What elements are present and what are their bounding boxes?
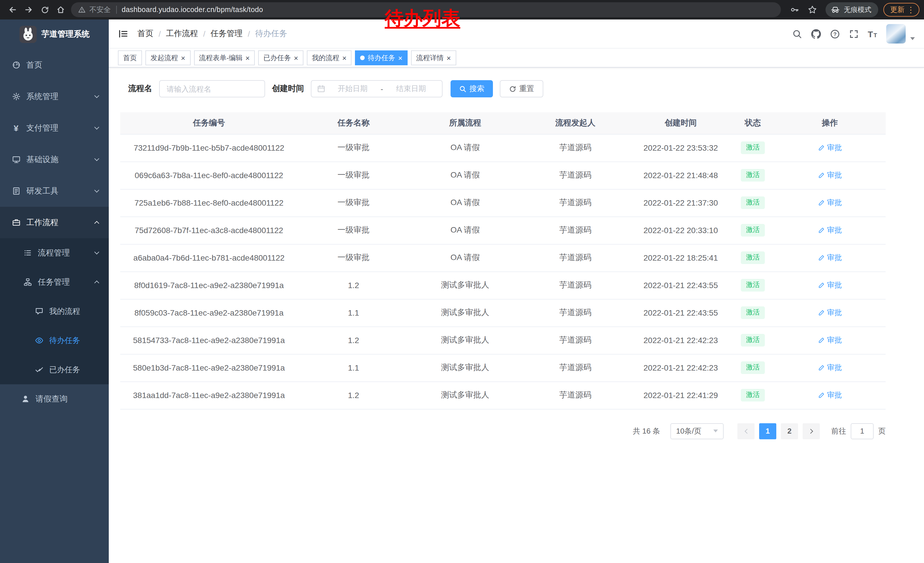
- user-avatar[interactable]: [886, 24, 906, 44]
- cell-action: 审批: [774, 244, 886, 272]
- fullscreen-icon[interactable]: [849, 29, 858, 39]
- approve-link[interactable]: 审批: [818, 225, 842, 236]
- approve-link[interactable]: 审批: [818, 143, 842, 153]
- page-size-select[interactable]: 10条/页: [670, 423, 724, 439]
- cell-process: OA 请假: [410, 189, 521, 216]
- browser-home-button[interactable]: [52, 2, 69, 18]
- github-icon[interactable]: [811, 29, 820, 39]
- cell-task-id: 381aa1dd-7ac8-11ec-a9e2-a2380e71991a: [120, 381, 298, 409]
- gear-icon: [12, 92, 21, 101]
- page-2-button[interactable]: 2: [781, 423, 798, 439]
- process-name-input[interactable]: [159, 80, 265, 98]
- page-1-button[interactable]: 1: [759, 423, 776, 439]
- approve-link[interactable]: 审批: [818, 280, 842, 290]
- date-range-picker[interactable]: 开始日期 - 结束日期: [311, 80, 442, 98]
- cell-initiator: 芋道源码: [521, 134, 630, 162]
- sidebar-item-task-mgmt[interactable]: 任务管理: [0, 267, 109, 297]
- approve-link-label: 审批: [827, 280, 842, 290]
- edit-pencil-icon: [818, 392, 825, 399]
- cell-created: 2022-01-22 18:25:41: [630, 244, 732, 272]
- cell-created: 2022-01-21 22:43:55: [630, 299, 732, 326]
- incognito-badge[interactable]: 无痕模式: [825, 2, 878, 17]
- avatar-caret-icon: [910, 37, 915, 40]
- edit-pencil-icon: [818, 337, 825, 344]
- update-button[interactable]: 更新 ⋮: [884, 3, 920, 17]
- logo-image: [19, 26, 36, 43]
- search-icon[interactable]: [792, 29, 802, 39]
- sidebar-item-process-mgmt[interactable]: 流程管理: [0, 238, 109, 267]
- app-title: 芋道管理系统: [42, 29, 90, 39]
- approve-link[interactable]: 审批: [818, 170, 842, 180]
- approve-link[interactable]: 审批: [818, 390, 842, 400]
- item-label: 任务管理: [38, 277, 95, 287]
- item-label: 请假查询: [36, 394, 99, 404]
- app-logo[interactable]: 芋道管理系统: [0, 20, 109, 49]
- cell-action: 审批: [774, 299, 886, 326]
- create-time-label: 创建时间: [272, 84, 304, 94]
- cell-action: 审批: [774, 354, 886, 381]
- search-button[interactable]: 搜索: [450, 80, 493, 98]
- next-page-button[interactable]: [802, 423, 820, 439]
- font-size-icon[interactable]: TT: [868, 29, 877, 39]
- column-header-status: 状态: [732, 112, 774, 134]
- bookmark-star-icon[interactable]: [804, 2, 820, 18]
- incognito-icon: [831, 5, 840, 14]
- close-icon[interactable]: ×: [294, 54, 298, 62]
- sidebar-item-my-process[interactable]: 我的流程: [0, 297, 109, 326]
- chevron-up-icon: [94, 281, 99, 285]
- sidebar-item-home[interactable]: 首页: [0, 49, 109, 81]
- breadcrumb-task-mgmt[interactable]: 任务管理: [211, 29, 243, 39]
- close-icon[interactable]: ×: [245, 54, 250, 62]
- goto-page-input[interactable]: [851, 423, 874, 439]
- browser-reload-button[interactable]: [37, 2, 52, 18]
- sidebar-item-todo-tasks[interactable]: 待办任务: [0, 326, 109, 355]
- close-icon[interactable]: ×: [398, 54, 402, 62]
- approve-link[interactable]: 审批: [818, 198, 842, 208]
- tab-done-tasks[interactable]: 已办任务×: [258, 50, 303, 65]
- help-icon[interactable]: ?: [830, 29, 840, 39]
- browser-back-button[interactable]: [4, 2, 21, 18]
- cell-initiator: 芋道源码: [521, 216, 630, 244]
- reset-button[interactable]: 重置: [500, 80, 543, 98]
- approve-link[interactable]: 审批: [818, 308, 842, 318]
- chevron-down-icon: [94, 156, 99, 161]
- edit-pencil-icon: [818, 282, 825, 289]
- sidebar-item-leave-query[interactable]: 请假查询: [0, 384, 109, 413]
- prev-page-button[interactable]: [737, 423, 754, 439]
- cell-process: 测试多审批人: [410, 354, 521, 381]
- edit-pencil-icon: [818, 364, 825, 371]
- search-button-label: 搜索: [470, 84, 484, 94]
- cell-task-id: 069c6a63-7b8a-11ec-8ef0-acde48001122: [120, 162, 298, 189]
- approve-link[interactable]: 审批: [818, 363, 842, 373]
- close-icon[interactable]: ×: [181, 54, 185, 62]
- sidebar-item-payment[interactable]: ¥ 支付管理: [0, 112, 109, 144]
- sidebar-item-infra[interactable]: 基础设施: [0, 144, 109, 175]
- approve-link[interactable]: 审批: [818, 335, 842, 345]
- close-icon[interactable]: ×: [342, 54, 346, 62]
- password-key-icon[interactable]: [787, 2, 802, 18]
- close-icon[interactable]: ×: [447, 54, 451, 62]
- rabbit-mascot-icon: [20, 27, 35, 42]
- cell-status: 激活: [732, 299, 774, 326]
- browser-forward-button[interactable]: [21, 2, 37, 18]
- sidebar-item-workflow[interactable]: 工作流程: [0, 207, 109, 238]
- sidebar-toggle-button[interactable]: [118, 29, 128, 39]
- breadcrumb-home[interactable]: 首页: [137, 29, 153, 39]
- cell-task-name: 1.2: [298, 381, 410, 409]
- tab-my-process[interactable]: 我的流程×: [307, 50, 352, 65]
- sidebar-item-system[interactable]: 系统管理: [0, 81, 109, 112]
- item-label: 首页: [26, 60, 99, 70]
- tab-process-detail[interactable]: 流程详情×: [411, 50, 456, 65]
- cell-action: 审批: [774, 189, 886, 216]
- tags-view: 首页 发起流程× 流程表单-编辑× 已办任务× 我的流程× 待办任务× 流程详情…: [109, 48, 924, 68]
- tab-home[interactable]: 首页: [118, 50, 142, 65]
- tab-form-edit[interactable]: 流程表单-编辑×: [194, 50, 255, 65]
- tab-start-process[interactable]: 发起流程×: [146, 50, 190, 65]
- chevron-down-icon: [94, 250, 99, 255]
- breadcrumb-workflow[interactable]: 工作流程: [166, 29, 198, 39]
- approve-link[interactable]: 审批: [818, 252, 842, 263]
- sidebar-item-devtools[interactable]: 研发工具: [0, 175, 109, 207]
- sidebar-item-done-tasks[interactable]: 已办任务: [0, 355, 109, 384]
- tab-todo-tasks[interactable]: 待办任务×: [355, 50, 408, 65]
- tab-label: 发起流程: [151, 53, 178, 63]
